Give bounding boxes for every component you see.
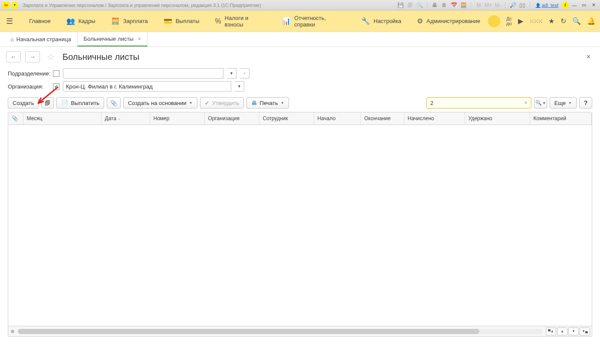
tab-sicklists[interactable]: Больничные листы × xyxy=(78,32,148,46)
col-accrued[interactable]: Начислено xyxy=(404,112,465,125)
play-icon[interactable]: ▶ xyxy=(518,17,523,25)
col-number[interactable]: Номер xyxy=(150,112,204,125)
nav-forward-button[interactable]: → xyxy=(25,51,40,62)
col-end[interactable]: Окончание xyxy=(361,112,404,125)
calculator-icon: 🧮 xyxy=(111,17,120,25)
department-checkbox[interactable] xyxy=(53,70,59,77)
organization-dropdown-button[interactable]: ▼ xyxy=(235,81,244,92)
page-title: Больничные листы xyxy=(62,52,139,62)
main-menu: ☰ Главное 👥Кадры 🧮Зарплата 💳Выплаты %Нал… xyxy=(0,10,600,32)
col-attachment[interactable]: 📎 xyxy=(8,112,23,125)
grid-last-button[interactable]: ▼▄ xyxy=(580,328,590,335)
col-organization[interactable]: Организация xyxy=(204,112,259,125)
burger-menu[interactable]: ☰ xyxy=(4,16,14,26)
department-field[interactable] xyxy=(63,68,223,79)
approve-button: ✔Утвердить xyxy=(200,97,244,108)
window-title: Зарплата и Управление персоналом / Зарпл… xyxy=(23,3,395,8)
nav-back-button[interactable]: ← xyxy=(6,51,21,62)
percent-icon: % xyxy=(215,17,221,25)
tab-home-label: Начальная страница xyxy=(16,36,71,43)
favorite-star[interactable]: ☆ xyxy=(47,52,55,62)
report-icon: 📊 xyxy=(282,17,291,25)
star-icon[interactable]: ★ xyxy=(548,17,554,25)
menu-payments[interactable]: 💳Выплаты xyxy=(156,17,207,25)
zoom-icon[interactable]: 🔎 xyxy=(509,1,517,9)
menu-personnel[interactable]: 👥Кадры xyxy=(59,17,103,25)
filters: Подразделение: ▼ ▫ Организация: Крон-Ц. … xyxy=(0,65,600,95)
logo-1c: 1c xyxy=(3,2,10,9)
people-icon: 👥 xyxy=(66,17,75,25)
titlebar-dropdown[interactable]: ▼ xyxy=(11,2,18,9)
attach-button[interactable]: 📎 xyxy=(107,97,121,108)
clip-icon: 📎 xyxy=(110,100,117,106)
horizontal-scrollbar[interactable] xyxy=(18,329,542,334)
m-label: M xyxy=(475,1,482,9)
menu-main[interactable]: Главное xyxy=(21,18,59,24)
form-header: ← → ☆ Больничные листы × xyxy=(0,47,600,65)
col-comment[interactable]: Комментарий xyxy=(530,112,592,125)
printer-icon: 🖶 xyxy=(251,100,257,106)
search-box[interactable]: × xyxy=(426,97,531,108)
tab-home[interactable]: ⌂ Начальная страница xyxy=(4,32,78,46)
info-button[interactable]: i xyxy=(562,2,569,9)
organization-checkbox[interactable] xyxy=(53,83,59,90)
print-button[interactable]: 🖶Печать▼ xyxy=(246,97,289,108)
apps-icon[interactable]: ⁙⁙⁙ xyxy=(529,18,542,25)
menu-taxes[interactable]: %Налоги и взносы xyxy=(207,15,275,28)
menu-salary[interactable]: 🧮Зарплата xyxy=(103,17,156,25)
copy-icon[interactable]: 🗎 xyxy=(440,1,448,9)
data-grid[interactable]: 📎 Месяц Дата↓ Номер Организация Сотрудни… xyxy=(8,112,592,326)
bell-icon[interactable]: 🔔 xyxy=(587,17,596,25)
search-doc-icon: 🔍 xyxy=(416,1,423,9)
grid-header-row: 📎 Месяц Дата↓ Номер Организация Сотрудни… xyxy=(8,112,592,125)
home-icon: ⌂ xyxy=(10,36,14,43)
organization-field[interactable]: Крон-Ц. Филиал в г. Калининград xyxy=(63,81,231,92)
copy-button[interactable]: 🗐 xyxy=(41,97,54,108)
panel-icon[interactable]: ▯▯ xyxy=(518,1,526,9)
gear-icon: ⚙ xyxy=(417,17,423,25)
tab-sicklists-label: Больничные листы xyxy=(84,36,134,42)
pay-button[interactable]: 📄Выплатить xyxy=(56,97,104,108)
pay-icon: 📄 xyxy=(61,100,68,106)
col-month[interactable]: Месяц xyxy=(23,112,101,125)
grid-first-button[interactable]: ▀▲ xyxy=(546,328,556,335)
calendar-icon[interactable]: 📅 xyxy=(450,1,458,9)
close-window-button[interactable]: ✕ xyxy=(590,2,597,9)
do-label: Дсдо xyxy=(506,16,512,26)
list-toolbar: Создать 🗐 📄Выплатить 📎 Создать на основа… xyxy=(0,95,600,112)
history-icon[interactable]: ↻ xyxy=(561,17,566,25)
search-run-button[interactable]: 🔍▼ xyxy=(534,97,547,108)
create-button[interactable]: Создать xyxy=(8,97,39,108)
help-button[interactable]: ? xyxy=(579,97,592,108)
menu-admin[interactable]: ⚙Администрирование xyxy=(409,17,488,25)
create-based-button[interactable]: Создать на основании▼ xyxy=(123,97,197,108)
tab-close-icon[interactable]: × xyxy=(138,36,141,42)
col-start[interactable]: Начало xyxy=(314,112,361,125)
save-icon: 💾 xyxy=(397,1,404,9)
search-icon[interactable]: 🔍 xyxy=(572,17,581,25)
user-avatar[interactable] xyxy=(488,15,500,27)
organization-label: Организация: xyxy=(8,83,49,90)
tab-bar: ⌂ Начальная страница Больничные листы × xyxy=(0,32,600,47)
menu-settings[interactable]: 🔧Настройка xyxy=(354,17,409,25)
m-minus-label: M- xyxy=(494,1,502,9)
search-input[interactable] xyxy=(430,100,523,106)
grid-up-button[interactable]: ▲ xyxy=(557,328,567,335)
col-withheld[interactable]: Удержано xyxy=(465,112,530,125)
titlebar: 1c ▼ Зарплата и Управление персоналом / … xyxy=(0,0,600,10)
department-dropdown-button[interactable]: ▼ xyxy=(227,68,236,79)
department-open-button[interactable]: ▫ xyxy=(240,68,249,79)
restore-button[interactable]: ▭ xyxy=(580,2,588,9)
m-plus-label: M+ xyxy=(484,1,492,9)
search-clear-button[interactable]: × xyxy=(523,100,529,106)
grid-down-button[interactable]: ▼ xyxy=(568,328,579,335)
more-button[interactable]: Еще▼ xyxy=(550,97,577,108)
minimize-button[interactable]: — xyxy=(570,2,578,9)
menu-reports[interactable]: 📊Отчетность, справки xyxy=(274,15,354,28)
user-link[interactable]: adl_test xyxy=(535,3,558,8)
col-employee[interactable]: Сотрудник xyxy=(259,112,314,125)
printer-icon[interactable]: 🖶 xyxy=(431,1,439,9)
calc-icon[interactable]: 🧮 xyxy=(459,1,467,9)
col-date[interactable]: Дата↓ xyxy=(101,112,150,125)
form-close-button[interactable]: × xyxy=(583,51,594,62)
